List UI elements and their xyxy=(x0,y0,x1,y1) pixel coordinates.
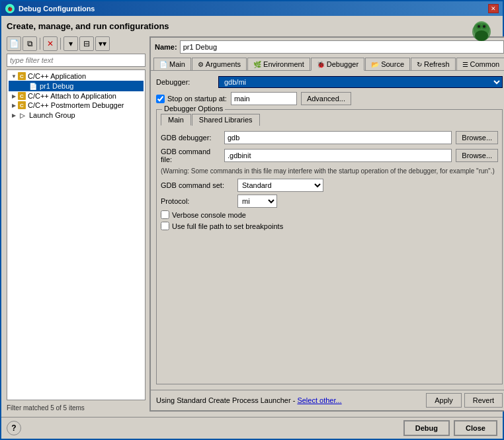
tab-main[interactable]: 📄 Main xyxy=(153,58,191,70)
tree-item-attach[interactable]: ▶ C C/C++ Attach to Application xyxy=(9,91,144,101)
tree-toolbar: 📄 ⧉ ✕ ▾ ⊟ ▾▾ xyxy=(7,36,146,51)
verbose-console-label: Verbose console mode xyxy=(172,211,246,219)
cmd-set-select[interactable]: Standard xyxy=(237,179,323,192)
menu-button[interactable]: ▾▾ xyxy=(95,36,110,51)
debugger-row: Debugger: gdb/mi xyxy=(156,76,503,88)
env-tab-icon: 🌿 xyxy=(253,61,261,68)
title-bar: 🐞 Debug Configurations ✕ xyxy=(1,1,503,16)
filter-button[interactable]: ▾ xyxy=(63,36,78,51)
debugger-tab-icon: 🐞 xyxy=(317,61,325,68)
protocol-select[interactable]: mi xyxy=(237,195,277,208)
full-path-label: Use full file path to set breakpoints xyxy=(172,222,283,230)
select-other-link[interactable]: Select other... xyxy=(297,396,341,404)
filter-input[interactable] xyxy=(7,54,146,67)
cmd-set-label: GDB command set: xyxy=(161,181,233,189)
title-bar-left: 🐞 Debug Configurations xyxy=(5,4,95,13)
debugger-select[interactable]: gdb/mi xyxy=(219,77,502,87)
debugger-options-group: Debugger Options Main Shared Libraries xyxy=(156,109,503,384)
name-label: Name: xyxy=(155,43,177,51)
duplicate-config-button[interactable]: ⧉ xyxy=(22,36,37,51)
collapse-button[interactable]: ⊟ xyxy=(79,36,94,51)
delete-config-button[interactable]: ✕ xyxy=(43,36,58,51)
tree-label-pr1-debug: pr1 Debug xyxy=(40,82,73,90)
svg-point-6 xyxy=(483,25,485,28)
source-tab-icon: 📂 xyxy=(371,61,379,68)
gdb-command-file-label: GDB command file: xyxy=(161,148,220,163)
help-button[interactable]: ? xyxy=(7,421,21,435)
gdb-command-file-browse-button[interactable]: Browse... xyxy=(456,149,498,162)
tree-label-cc-app: C/C++ Application xyxy=(28,72,86,80)
tab-source[interactable]: 📂 Source xyxy=(365,58,410,70)
full-path-checkbox[interactable] xyxy=(161,222,169,230)
main-tab-icon: 📄 xyxy=(159,61,167,68)
debug-button[interactable]: Debug xyxy=(403,420,450,436)
stop-startup-input[interactable] xyxy=(231,92,297,105)
stop-startup-label: Stop on startup at: xyxy=(167,95,227,103)
gdb-debugger-label: GDB debugger: xyxy=(161,134,220,142)
gdb-command-file-input[interactable] xyxy=(224,149,452,162)
window-title: Debug Configurations xyxy=(19,5,95,13)
apply-button[interactable]: Apply xyxy=(426,393,462,408)
warning-text: (Warning: Some commands in this file may… xyxy=(161,167,498,176)
expand-icon-5[interactable]: ▶ xyxy=(10,111,18,119)
tree-item-pr1-debug[interactable]: 📄 pr1 Debug xyxy=(9,81,144,91)
new-config-button[interactable]: 📄 xyxy=(7,36,21,51)
expand-icon-3[interactable]: ▶ xyxy=(10,92,18,100)
gdb-debugger-browse-button[interactable]: Browse... xyxy=(456,131,498,144)
filter-status: Filter matched 5 of 5 items xyxy=(7,404,146,412)
verbose-console-checkbox[interactable] xyxy=(161,210,169,219)
inner-tab-main[interactable]: Main xyxy=(161,114,191,126)
debug-configurations-window: 🐞 Debug Configurations ✕ Create, manage,… xyxy=(0,0,504,440)
tab-debugger[interactable]: 🐞 Debugger xyxy=(311,58,364,71)
stop-startup-checkbox[interactable] xyxy=(156,95,165,103)
name-input[interactable] xyxy=(180,40,504,54)
page-subtitle: Create, manage, and run configurations xyxy=(7,21,497,31)
toolbar-separator xyxy=(40,38,40,50)
window-close-button[interactable]: ✕ xyxy=(488,4,499,13)
tab-debugger-label: Debugger xyxy=(327,60,358,68)
tree-item-launch-group[interactable]: ▶ ▷ Launch Group xyxy=(9,110,144,120)
full-path-row: Use full file path to set breakpoints xyxy=(161,222,498,230)
tab-refresh-label: Refresh xyxy=(424,60,450,68)
debugger-tab-content: Debugger: gdb/mi Stop on startup at: xyxy=(151,71,504,390)
inner-tabs: Main Shared Libraries xyxy=(161,114,498,126)
tree-item-postmortem[interactable]: ▶ C C/C++ Postmortem Debugger xyxy=(9,101,144,110)
main-area: 📄 ⧉ ✕ ▾ ⊟ ▾▾ ▼ C C/C++ Application xyxy=(7,36,497,412)
close-button[interactable]: Close xyxy=(454,420,497,436)
tree-label-postmortem: C/C++ Postmortem Debugger xyxy=(28,101,124,109)
tree-item-cc-application[interactable]: ▼ C C/C++ Application xyxy=(9,71,144,81)
toolbar-separator2 xyxy=(60,38,61,50)
tab-arguments-label: Arguments xyxy=(206,60,241,68)
revert-button[interactable]: Revert xyxy=(464,393,503,408)
gdb-command-set-row: GDB command set: Standard xyxy=(161,179,498,192)
tab-refresh[interactable]: ↻ Refresh xyxy=(411,58,456,70)
action-buttons: Apply Revert xyxy=(426,393,503,408)
tab-source-label: Source xyxy=(381,60,404,68)
name-bar: Name: xyxy=(151,38,504,56)
launcher-prefix: Using Standard Create Process Launcher - xyxy=(156,396,295,404)
gdb-debugger-input[interactable] xyxy=(224,131,452,144)
tab-common[interactable]: ☰ Common xyxy=(456,58,504,70)
advanced-button[interactable]: Advanced... xyxy=(301,92,351,105)
tab-environment-label: Environment xyxy=(263,60,304,68)
protocol-row: Protocol: mi xyxy=(161,195,498,208)
file-icon: 📄 xyxy=(28,81,38,91)
window-content: Create, manage, and run configurations � xyxy=(1,16,503,417)
svg-point-5 xyxy=(478,25,480,28)
logo-icon xyxy=(466,16,497,48)
tree-label-attach: C/C++ Attach to Application xyxy=(28,92,116,100)
common-tab-icon: ☰ xyxy=(462,61,468,68)
tab-arguments[interactable]: ⚙ Arguments xyxy=(192,58,247,70)
window-icon: 🐞 xyxy=(5,4,15,13)
tab-environment[interactable]: 🌿 Environment xyxy=(247,58,310,70)
inner-tab-shared-libs[interactable]: Shared Libraries xyxy=(192,114,260,126)
expand-icon-2 xyxy=(21,82,28,90)
stop-startup-row: Stop on startup at: Advanced... xyxy=(156,92,503,105)
protocol-label: Protocol: xyxy=(161,197,233,205)
inner-tab-main-label: Main xyxy=(168,116,184,124)
c-icon-3: C xyxy=(18,101,26,109)
expand-icon-4[interactable]: ▶ xyxy=(10,101,18,109)
left-panel: 📄 ⧉ ✕ ▾ ⊟ ▾▾ ▼ C C/C++ Application xyxy=(7,36,146,412)
expand-icon[interactable]: ▼ xyxy=(10,72,18,80)
footer: ? Debug Close xyxy=(1,417,503,439)
